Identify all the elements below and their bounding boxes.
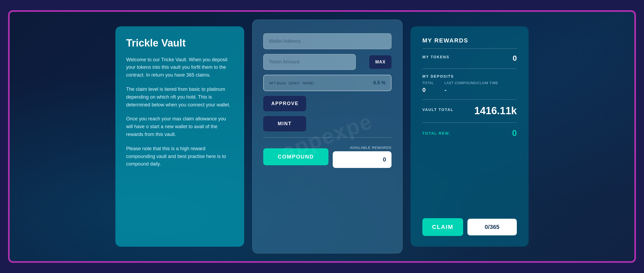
deposits-sub-row: TOTAL 0 LAST COMPOUND/CLAIM TIME - xyxy=(422,81,517,94)
available-rewards-label: AVAILABLE REWARDS xyxy=(333,146,391,150)
approve-button[interactable]: APPROVE xyxy=(263,96,306,111)
my-deposits-section: MY DEPOSITS TOTAL 0 LAST COMPOUND/CLAIM … xyxy=(422,74,517,94)
my-deposits-label: MY DEPOSITS xyxy=(422,74,517,78)
rewards-row: COMPOUND AVAILABLE REWARDS 0 xyxy=(263,146,391,168)
right-panel: MY REWARDS MY TOKENS 0 MY DEPOSITS TOTAL… xyxy=(411,26,529,247)
middle-panel: 0 MAX NFT Boost (DAILY - NONE) 0.5 % APP… xyxy=(252,20,402,253)
rewards-divider4 xyxy=(422,123,517,123)
last-compound-label: LAST COMPOUND/CLAIM TIME xyxy=(445,81,498,85)
my-tokens-row: MY TOKENS 0 xyxy=(422,54,517,63)
left-panel-para2: The claim level is tiered from basic to … xyxy=(126,85,233,109)
vault-total-section: VAULT TOTAL 1416.11k xyxy=(422,105,517,117)
total-value: 0 xyxy=(422,87,434,94)
total-rew-label: TOTAL REW. xyxy=(422,131,451,135)
total-rew-section: TOTAL REW. 0 xyxy=(422,128,517,138)
rewards-divider xyxy=(422,48,517,49)
token-amount-input[interactable] xyxy=(263,54,356,70)
left-panel-para1: Welcome to our Tricke Vault. When you de… xyxy=(126,56,233,79)
wallet-address-input[interactable] xyxy=(263,33,391,49)
token-value: 0 xyxy=(358,59,367,65)
last-compound-value: - xyxy=(445,87,498,94)
token-amount-row: 0 MAX xyxy=(263,54,391,70)
left-panel-para4: Please note that this is a high reward c… xyxy=(126,145,233,168)
left-panel: Trickle Vault Welcome to our Tricke Vaul… xyxy=(115,26,244,247)
total-col: TOTAL 0 xyxy=(422,81,434,94)
available-rewards-value: 0 xyxy=(333,151,391,168)
total-rew-row: TOTAL REW. 0 xyxy=(422,128,517,138)
total-rew-value: 0 xyxy=(512,128,517,138)
available-rewards-box: AVAILABLE REWARDS 0 xyxy=(333,146,391,168)
left-panel-title: Trickle Vault xyxy=(126,37,233,49)
my-tokens-value: 0 xyxy=(513,54,517,63)
rewards-title: MY REWARDS xyxy=(422,37,517,44)
mint-button[interactable]: MINT xyxy=(263,116,306,131)
compound-button[interactable]: COMPOUND xyxy=(263,148,328,165)
nft-boost-box: NFT Boost (DAILY - NONE) 0.5 % xyxy=(263,75,391,91)
total-label: TOTAL xyxy=(422,81,434,85)
my-tokens-section: MY TOKENS 0 xyxy=(422,54,517,63)
nft-boost-label: NFT Boost (DAILY - NONE) xyxy=(269,80,314,86)
rewards-divider3 xyxy=(422,99,517,100)
middle-divider xyxy=(263,137,391,138)
left-panel-para3: Once you reach your max claim allowance … xyxy=(126,115,233,138)
my-tokens-label: MY TOKENS xyxy=(422,55,449,59)
vault-total-row: VAULT TOTAL 1416.11k xyxy=(422,105,517,117)
vault-total-label: VAULT TOTAL xyxy=(422,107,453,112)
last-compound-col: LAST COMPOUND/CLAIM TIME - xyxy=(445,81,498,94)
rewards-divider2 xyxy=(422,69,517,69)
claim-counter: 0/365 xyxy=(467,219,517,235)
bottom-row: CLAIM 0/365 xyxy=(422,218,517,236)
max-button[interactable]: MAX xyxy=(369,55,391,69)
outer-border: Trickle Vault Welcome to our Tricke Vaul… xyxy=(8,10,636,263)
nft-boost-value: 0.5 % xyxy=(373,80,386,86)
vault-total-value: 1416.11k xyxy=(474,105,517,117)
claim-button[interactable]: CLAIM xyxy=(422,218,463,236)
nft-daily-label: (DAILY - NONE) xyxy=(289,81,314,85)
